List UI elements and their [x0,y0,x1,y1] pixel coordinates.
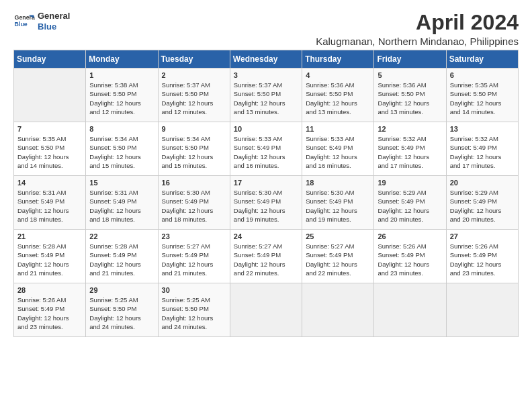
week-row: 7Sunrise: 5:35 AM Sunset: 5:50 PM Daylig… [14,122,519,176]
day-cell: 9Sunrise: 5:34 AM Sunset: 5:50 PM Daylig… [158,122,230,176]
day-number: 29 [89,286,154,294]
day-info: Sunrise: 5:30 AM Sunset: 5:49 PM Dayligh… [306,188,370,224]
svg-text:General: General [15,14,35,21]
day-cell: 6Sunrise: 5:35 AM Sunset: 5:50 PM Daylig… [446,68,518,122]
day-number: 27 [450,232,515,240]
day-cell: 3Sunrise: 5:37 AM Sunset: 5:50 PM Daylig… [230,68,302,122]
day-info: Sunrise: 5:30 AM Sunset: 5:49 PM Dayligh… [162,188,226,224]
day-info: Sunrise: 5:38 AM Sunset: 5:50 PM Dayligh… [89,81,154,116]
day-number: 10 [234,125,298,133]
day-cell [230,283,302,337]
day-info: Sunrise: 5:28 AM Sunset: 5:49 PM Dayligh… [17,242,82,277]
day-cell [374,283,446,337]
week-row: 21Sunrise: 5:28 AM Sunset: 5:49 PM Dayli… [14,230,519,283]
header-cell-wednesday: Wednesday [230,50,302,68]
day-info: Sunrise: 5:35 AM Sunset: 5:50 PM Dayligh… [17,134,82,170]
logo-line2: Blue [38,21,70,32]
header-cell-sunday: Sunday [14,50,86,68]
day-cell [446,283,518,337]
header-cell-tuesday: Tuesday [158,50,230,68]
day-info: Sunrise: 5:26 AM Sunset: 5:49 PM Dayligh… [17,295,82,331]
title-area: April 2024 Kalugmanan, Northern Mindanao… [316,11,519,47]
header-row: SundayMondayTuesdayWednesdayThursdayFrid… [14,50,519,68]
day-number: 2 [162,71,226,79]
logo-line1: General [38,11,70,21]
day-cell: 8Sunrise: 5:34 AM Sunset: 5:50 PM Daylig… [86,122,158,176]
day-info: Sunrise: 5:29 AM Sunset: 5:49 PM Dayligh… [378,188,442,224]
week-row: 14Sunrise: 5:31 AM Sunset: 5:49 PM Dayli… [14,176,519,230]
day-info: Sunrise: 5:29 AM Sunset: 5:49 PM Dayligh… [450,188,515,224]
day-info: Sunrise: 5:36 AM Sunset: 5:50 PM Dayligh… [306,81,370,116]
day-cell: 28Sunrise: 5:26 AM Sunset: 5:49 PM Dayli… [14,283,86,337]
day-number: 8 [89,125,154,133]
day-info: Sunrise: 5:34 AM Sunset: 5:50 PM Dayligh… [162,134,226,170]
day-cell: 25Sunrise: 5:27 AM Sunset: 5:49 PM Dayli… [302,230,374,283]
day-cell: 19Sunrise: 5:29 AM Sunset: 5:49 PM Dayli… [374,176,446,230]
day-info: Sunrise: 5:28 AM Sunset: 5:49 PM Dayligh… [89,242,154,277]
day-info: Sunrise: 5:33 AM Sunset: 5:49 PM Dayligh… [234,134,298,170]
day-number: 20 [450,179,515,187]
day-number: 5 [378,71,442,79]
header-cell-thursday: Thursday [302,50,374,68]
day-info: Sunrise: 5:37 AM Sunset: 5:50 PM Dayligh… [162,81,226,116]
day-number: 14 [17,179,82,187]
day-cell: 21Sunrise: 5:28 AM Sunset: 5:49 PM Dayli… [14,230,86,283]
day-number: 25 [306,232,370,240]
day-number: 26 [378,232,442,240]
day-info: Sunrise: 5:35 AM Sunset: 5:50 PM Dayligh… [450,81,515,116]
day-number: 22 [89,232,154,240]
day-info: Sunrise: 5:27 AM Sunset: 5:49 PM Dayligh… [162,242,226,277]
day-number: 16 [162,179,226,187]
day-info: Sunrise: 5:26 AM Sunset: 5:49 PM Dayligh… [378,242,442,277]
subtitle: Kalugmanan, Northern Mindanao, Philippin… [316,36,519,47]
day-number: 9 [162,125,226,133]
day-number: 21 [17,232,82,240]
day-cell: 27Sunrise: 5:26 AM Sunset: 5:49 PM Dayli… [446,230,518,283]
header-cell-friday: Friday [374,50,446,68]
svg-text:Blue: Blue [15,21,28,28]
day-cell: 23Sunrise: 5:27 AM Sunset: 5:49 PM Dayli… [158,230,230,283]
day-info: Sunrise: 5:34 AM Sunset: 5:50 PM Dayligh… [89,134,154,170]
day-info: Sunrise: 5:32 AM Sunset: 5:49 PM Dayligh… [378,134,442,170]
day-cell: 22Sunrise: 5:28 AM Sunset: 5:49 PM Dayli… [86,230,158,283]
day-info: Sunrise: 5:31 AM Sunset: 5:49 PM Dayligh… [89,188,154,224]
day-number: 3 [234,71,298,79]
day-cell: 26Sunrise: 5:26 AM Sunset: 5:49 PM Dayli… [374,230,446,283]
day-cell: 29Sunrise: 5:25 AM Sunset: 5:50 PM Dayli… [86,283,158,337]
day-info: Sunrise: 5:27 AM Sunset: 5:49 PM Dayligh… [234,242,298,277]
day-number: 19 [378,179,442,187]
day-cell: 4Sunrise: 5:36 AM Sunset: 5:50 PM Daylig… [302,68,374,122]
day-number: 7 [17,125,82,133]
day-cell: 1Sunrise: 5:38 AM Sunset: 5:50 PM Daylig… [86,68,158,122]
day-cell: 11Sunrise: 5:33 AM Sunset: 5:49 PM Dayli… [302,122,374,176]
day-number: 30 [162,286,226,294]
day-number: 6 [450,71,515,79]
day-cell: 7Sunrise: 5:35 AM Sunset: 5:50 PM Daylig… [14,122,86,176]
day-info: Sunrise: 5:25 AM Sunset: 5:50 PM Dayligh… [89,295,154,331]
day-cell [14,68,86,122]
day-number: 12 [378,125,442,133]
day-cell: 30Sunrise: 5:25 AM Sunset: 5:50 PM Dayli… [158,283,230,337]
day-number: 17 [234,179,298,187]
day-cell: 13Sunrise: 5:32 AM Sunset: 5:49 PM Dayli… [446,122,518,176]
day-number: 11 [306,125,370,133]
day-info: Sunrise: 5:27 AM Sunset: 5:49 PM Dayligh… [306,242,370,277]
day-cell: 5Sunrise: 5:36 AM Sunset: 5:50 PM Daylig… [374,68,446,122]
day-number: 1 [89,71,154,79]
day-number: 23 [162,232,226,240]
day-number: 18 [306,179,370,187]
header-cell-saturday: Saturday [446,50,518,68]
week-row: 28Sunrise: 5:26 AM Sunset: 5:49 PM Dayli… [14,283,519,337]
day-cell: 24Sunrise: 5:27 AM Sunset: 5:49 PM Dayli… [230,230,302,283]
logo-icon: General Blue [13,11,35,32]
day-cell: 16Sunrise: 5:30 AM Sunset: 5:49 PM Dayli… [158,176,230,230]
logo: General Blue General Blue [13,11,70,32]
day-cell: 10Sunrise: 5:33 AM Sunset: 5:49 PM Dayli… [230,122,302,176]
day-cell [302,283,374,337]
day-number: 28 [17,286,82,294]
day-number: 4 [306,71,370,79]
header: General Blue General Blue April 2024 Kal… [13,11,519,47]
calendar-table: SundayMondayTuesdayWednesdayThursdayFrid… [13,50,519,337]
day-info: Sunrise: 5:37 AM Sunset: 5:50 PM Dayligh… [234,81,298,116]
day-number: 24 [234,232,298,240]
